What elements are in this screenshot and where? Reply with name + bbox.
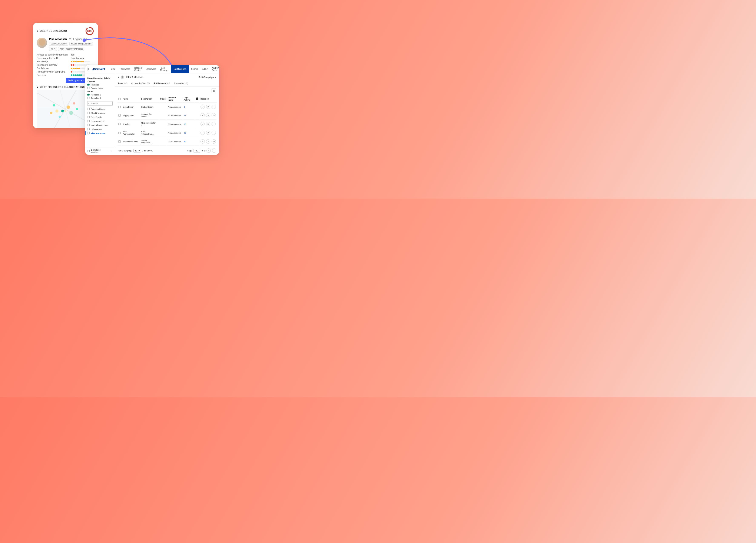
identity-item[interactable]: Lela Hansen [87,127,113,131]
metric-label: Access to sensitive informtion [37,53,71,56]
nav-approvals[interactable]: Approvals [144,65,158,73]
nav-task-manager[interactable]: Task Manager [158,65,171,73]
tab-access-profiles[interactable]: Access Profiles 0/0 [131,81,150,86]
collapse-icon[interactable] [37,30,38,32]
collapse-icon[interactable] [37,86,38,88]
more-button[interactable]: ⋯ [212,139,216,144]
cell-desc: Global Export [140,103,159,111]
tab-entitlements[interactable]: Entitlements 0/0 [153,81,170,86]
identity-item[interactable]: Geneva Abbott [87,119,113,123]
identity-item[interactable]: Fred Strosin [87,115,113,119]
campaign-details-link[interactable]: Show Campaign Details [87,77,113,79]
select-all-checkbox[interactable] [87,150,90,152]
approve-button[interactable]: ✓ [200,131,205,135]
viewby-label: View By [87,80,113,82]
select-all-checkbox[interactable] [118,98,121,100]
viewby-option[interactable]: Identities [87,84,113,86]
checkbox-icon[interactable] [87,124,90,126]
col-header[interactable]: Days Active [183,95,195,103]
identity-item[interactable]: Pika Antonsen [85,131,113,135]
approve-button[interactable]: ✓ [200,105,205,109]
row-checkbox[interactable] [118,132,121,134]
col-header[interactable]: Account Name [167,95,182,103]
cell-days-active[interactable]: 83 [183,120,195,128]
nav-search[interactable]: Search [189,65,200,73]
identity-search-input[interactable] [87,101,113,106]
identity-name: Kari Schumm DVM [91,124,108,126]
person-icon [121,76,124,79]
more-button[interactable]: ⋯ [212,105,216,109]
user-role: VP Engineering [69,38,87,41]
identity-item[interactable]: Chad Prosacco [87,111,113,115]
tab-completed[interactable]: Completed (0) [174,81,188,86]
radio-icon [87,94,90,96]
nav-home[interactable]: Home [107,65,117,73]
checkbox-icon[interactable] [87,108,90,110]
sidebar: Show Campaign Details View By Identities… [85,73,115,155]
checkbox-icon[interactable] [87,112,90,114]
checkbox-icon[interactable] [87,132,90,135]
current-user-menu[interactable]: Andrew Beck ⌄ [212,67,219,72]
row-checkbox[interactable] [118,114,121,117]
checkbox-icon[interactable] [87,116,90,118]
reject-button[interactable]: ✕ [206,131,210,135]
col-header[interactable]: Decision [200,95,217,103]
sailpoint-logo[interactable]: SailPoint [92,68,107,71]
metric-value [71,61,94,62]
nav-passwords[interactable]: Passwords [117,65,132,73]
col-header[interactable]: i [195,95,199,103]
cell-days-active[interactable]: 97 [183,111,195,120]
approve-button[interactable]: ✓ [200,122,205,126]
metric-label: Psychographic profile [37,57,71,59]
radio-icon [87,87,90,89]
checkbox-icon[interactable] [87,128,90,130]
reject-button[interactable]: ✕ [206,122,210,126]
checkbox-icon[interactable] [87,120,90,122]
col-header[interactable]: Description [140,95,159,103]
user-tag: Medium engagement [69,42,93,46]
page-of: of 1 [202,150,205,152]
identity-item[interactable]: Kari Schumm DVM [87,123,113,127]
next-identities-button[interactable]: › [110,150,113,152]
row-checkbox[interactable] [118,123,121,125]
tab-roles[interactable]: Roles 0/0 [118,81,127,86]
viewby-option[interactable]: Access Items [87,87,113,89]
approve-button[interactable]: ✓ [200,113,205,117]
more-button[interactable]: ⋯ [212,131,216,135]
approve-button[interactable]: ✓ [200,139,205,144]
more-button[interactable]: ⋯ [212,122,216,126]
prev-identities-button[interactable]: ‹ [108,150,110,152]
cell-days-active[interactable]: 8 [183,103,195,111]
next-page-button[interactable]: › [212,149,216,153]
metric-row: Knowledge [37,60,94,63]
more-button[interactable]: ⋯ [212,113,216,117]
columns-button[interactable]: ▥ [212,88,216,93]
exit-campaign-button[interactable]: Exit Campaign ✕ [199,76,216,79]
show-option[interactable]: Remaining [87,94,113,96]
row-checkbox[interactable] [118,140,121,143]
col-header[interactable]: Flags [159,95,166,103]
cell-days-active[interactable]: 50 [183,137,195,146]
identity-name: Fred Strosin [91,116,102,118]
cell-days-active[interactable]: 80 [183,129,195,137]
back-icon[interactable] [118,76,119,78]
page-input[interactable]: 50 [193,149,200,153]
show-option[interactable]: Completed [87,97,113,99]
nav-certifications[interactable]: Certifications [171,65,189,73]
info-icon[interactable]: i [196,97,198,100]
identity-item[interactable]: Angelica Hoppe [87,107,113,111]
prev-page-button[interactable]: ‹ [206,149,211,153]
nav-admin[interactable]: Admin [200,65,210,73]
reject-button[interactable]: ✕ [206,105,210,109]
user-tag: Low Compliance [49,42,68,46]
ipp-select[interactable]: 50 [133,149,141,153]
cert-tabs: Roles 0/0Access Profiles 0/0Entitlements… [115,81,219,87]
show-label: Show [87,90,113,92]
cell-desc: Grants administra… [140,137,159,146]
nav-request-center[interactable]: Request Center [132,65,144,73]
reject-button[interactable]: ✕ [206,139,210,144]
reject-button[interactable]: ✕ [206,113,210,117]
app-launcher-icon[interactable]: ⊞ [87,67,89,72]
row-checkbox[interactable] [118,106,121,108]
col-header[interactable]: Name [122,95,140,103]
